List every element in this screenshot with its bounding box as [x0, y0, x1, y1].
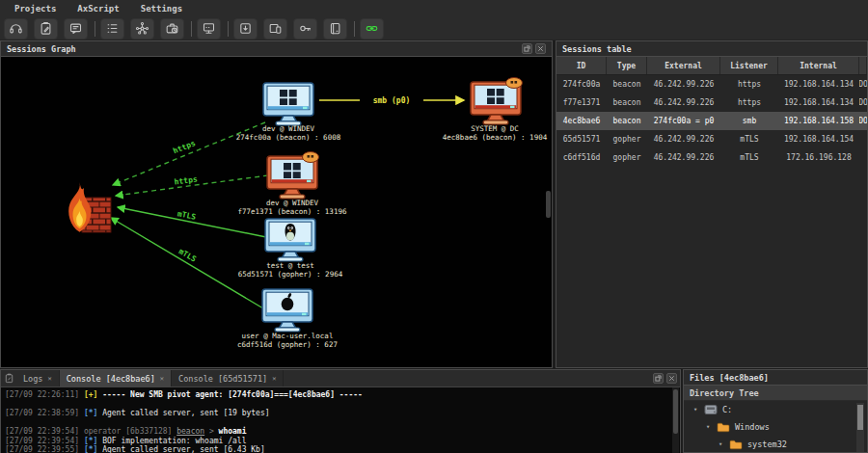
sessions-graph-header: Sessions Graph	[1, 41, 552, 57]
toolbar-button-jobs[interactable]	[160, 18, 184, 40]
table-row-selected[interactable]: 4ec8bae6beacon274fc00a = p0smb192.168.16…	[556, 112, 867, 130]
column-id[interactable]: ID	[556, 57, 607, 74]
console-scrollbar[interactable]	[672, 387, 679, 453]
column-internal[interactable]: Internal	[778, 57, 859, 74]
tab-close-icon[interactable]: ✕	[47, 375, 51, 383]
menubar: Projects AxScript Settings	[0, 0, 868, 17]
toolbar-separator	[95, 21, 95, 37]
key-icon	[298, 21, 312, 36]
session-node-f77e1371[interactable]	[267, 152, 319, 200]
table-row[interactable]: f77e1371beacon46.242.99.226https192.168.…	[556, 93, 867, 112]
chat-icon	[68, 21, 83, 36]
log-line: [27/09 22:38:59] [*] Agent called server…	[5, 409, 680, 418]
session-node-274fc00a[interactable]	[263, 83, 313, 125]
directory-tree-header: Directory Tree	[684, 386, 867, 401]
toolbar-button-screens[interactable]	[263, 18, 287, 40]
close-button[interactable]	[535, 43, 546, 54]
toolbar-button-graph[interactable]	[130, 18, 154, 40]
tree-item-drive-c[interactable]: ▾ C:	[684, 401, 867, 418]
graph-hub-icon	[135, 21, 149, 36]
panel-icon	[1, 370, 16, 386]
column-type[interactable]: Type	[607, 57, 647, 74]
session-node-c6df516d[interactable]	[262, 289, 312, 332]
sessions-graph-canvas[interactable]: https https mTLS mTLS smb (p0)	[1, 57, 552, 367]
folder-icon	[717, 421, 730, 433]
menu-axscript[interactable]: AxScript	[67, 2, 129, 15]
toolbar-button-notes[interactable]	[323, 18, 347, 40]
tab-console-4ec8bae6[interactable]: Console [4ec8bae6]✕	[60, 370, 172, 386]
panel-title: Sessions table	[562, 44, 632, 54]
folder-icon	[729, 439, 743, 450]
pivot-edge-label: smb (p0)	[373, 96, 411, 105]
log-line: [27/09 22:26:11] [+] ----- New SMB pivot…	[5, 390, 680, 400]
tab-close-icon[interactable]: ✕	[272, 375, 276, 383]
logs-panel: Logs✕ Console [4ec8bae6]✕ Console [65d51…	[0, 369, 681, 453]
download-box-icon	[238, 21, 253, 36]
tree-item-system32[interactable]: ▾ system32	[684, 436, 867, 452]
toolbar-button-downloads[interactable]	[233, 18, 258, 40]
menu-settings[interactable]: Settings	[130, 2, 193, 15]
caret-down-icon[interactable]: ▾	[704, 423, 712, 431]
notebook-icon	[328, 21, 342, 36]
popout-button[interactable]	[653, 373, 664, 384]
edge-label-https-2: https	[174, 175, 198, 187]
terminal-monitor-icon	[202, 21, 216, 36]
panel-title: Files [4ec8bae6]	[690, 373, 769, 383]
sessions-table-header: Sessions table	[556, 41, 867, 57]
log-line: [27/09 22:39:54] operator [6b337128] bea…	[5, 427, 680, 437]
toolbar-button-chat[interactable]	[64, 18, 88, 40]
table-row[interactable]: c6df516dgopher46.242.99.226mTLS172.16.19…	[556, 148, 867, 167]
sessions-graph-panel: Sessions Graph	[0, 40, 553, 368]
edge-label-https-1: https	[172, 139, 197, 155]
tab-close-icon[interactable]: ✕	[160, 375, 164, 383]
elevated-badge	[303, 152, 319, 163]
clipboard-pencil-icon	[39, 21, 53, 36]
tree-scrollbar[interactable]	[856, 403, 864, 452]
toolbar-button-connect[interactable]	[360, 18, 384, 40]
column-external[interactable]: External	[647, 57, 720, 74]
node-sublabel: f77e1371 (beacon) : 13196	[238, 207, 347, 216]
toolbar-button-remote-terminal[interactable]	[197, 18, 221, 40]
caret-down-icon[interactable]: ▾	[692, 406, 699, 413]
node-sublabel: 4ec8bae6 (beacon) : 1904	[443, 133, 548, 142]
toolbar-button-tasks[interactable]	[100, 18, 124, 40]
table-row[interactable]: 65d51571gopher46.242.99.226mTLS192.168.1…	[556, 130, 867, 148]
toolbar	[0, 17, 868, 40]
list-icon	[105, 21, 120, 36]
briefcase-clock-icon	[165, 21, 179, 36]
node-sublabel: 65d51571 (gopher) : 2964	[238, 270, 343, 279]
tab-console-65d51571[interactable]: Console [65d51571]✕	[172, 370, 284, 386]
tab-logs[interactable]: Logs✕	[16, 370, 60, 386]
log-line: [27/09 22:39:54] [*] BOF implementation:…	[5, 437, 680, 446]
toolbar-separator	[191, 21, 192, 37]
menu-projects[interactable]: Projects	[4, 2, 67, 15]
popout-icon	[524, 45, 530, 52]
beacon-link[interactable]: beacon	[176, 427, 204, 436]
toolbar-button-credentials[interactable]	[293, 18, 317, 40]
directory-tree: ▾ C: ▾ Windows ▾ system32	[684, 401, 867, 452]
toolbar-button-agents[interactable]	[34, 18, 58, 40]
devices-icon	[268, 21, 283, 36]
table-row[interactable]: 274fc00abeacon46.242.99.226https192.168.…	[556, 75, 867, 93]
session-node-65d51571[interactable]	[265, 219, 315, 261]
graph-vertical-scrollbar[interactable]	[546, 191, 551, 218]
close-button[interactable]	[666, 373, 677, 384]
drive-icon	[704, 404, 718, 415]
column-listener[interactable]: Listener	[720, 57, 778, 74]
tree-item-windows[interactable]: ▾ Windows	[684, 418, 867, 436]
popout-icon	[655, 375, 662, 382]
link-icon	[365, 21, 379, 36]
toolbar-button-listeners[interactable]	[4, 18, 28, 40]
files-panel: Files [4ec8bae6] Directory Tree ▾ C: ▾ W…	[683, 369, 868, 453]
firewall-icon	[68, 182, 111, 232]
edge-label-mtls-2: mTLS	[177, 247, 198, 264]
close-icon	[537, 45, 544, 52]
elevated-badge	[506, 78, 523, 89]
node-sublabel: c6df516d (gopher) : 627	[237, 340, 338, 349]
files-panel-header: Files [4ec8bae6]	[684, 370, 867, 386]
console-output[interactable]: [27/09 22:26:11] [+] ----- New SMB pivot…	[1, 387, 680, 453]
session-node-4ec8bae6[interactable]	[471, 78, 523, 125]
column-extra[interactable]	[859, 57, 867, 74]
popout-button[interactable]	[522, 43, 532, 54]
caret-down-icon[interactable]: ▾	[717, 440, 724, 448]
